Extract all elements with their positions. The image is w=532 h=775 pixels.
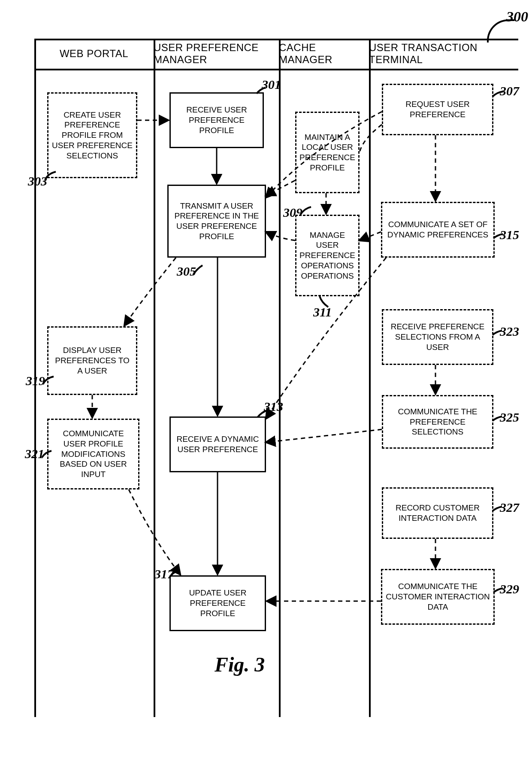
node-315-label: COMMUNICATE A SET OF DYNAMIC PREFERENCES (386, 219, 490, 240)
node-303-label: CREATE USER PREFERENCE PROFILE FROM USER… (52, 110, 133, 161)
node-321-label: COMMUNICATE USER PROFILE MODIFICATIONS B… (52, 429, 135, 480)
node-301: RECEIVE USER PREFERENCE PROFILE (169, 92, 264, 148)
node-319-label: DISPLAY USER PREFERENCES TO A USER (52, 345, 133, 376)
figure-number: 300 (506, 9, 528, 25)
node-329-label: COMMUNICATE THE CUSTOMER INTERACTION DAT… (386, 581, 490, 612)
ref-307: 307 (500, 84, 519, 98)
node-323: RECEIVE PREFERENCE SELECTIONS FROM A USE… (382, 309, 493, 365)
lane-line-2 (279, 39, 281, 717)
node-313: RECEIVE A DYNAMIC USER PREFERENCE (169, 416, 266, 472)
col-header-user-pref-manager: USER PREFERENCE MANAGER (154, 41, 279, 67)
node-301-label: RECEIVE USER PREFERENCE PROFILE (174, 105, 259, 135)
ref-303: 303 (28, 174, 47, 188)
node-311-label: MANAGE USER PREFERENCE OPERATIONS OPERAT… (299, 230, 355, 281)
node-315: COMMUNICATE A SET OF DYNAMIC PREFERENCES (381, 202, 495, 258)
node-325: COMMUNICATE THE PREFERENCE SELECTIONS (382, 395, 493, 449)
diagram-canvas: 300 WEB PORTAL USER PREFERENCE MANAGER C… (0, 0, 532, 775)
node-323-label: RECEIVE PREFERENCE SELECTIONS FROM A USE… (387, 322, 489, 352)
node-317: UPDATE USER PREFERENCE PROFILE (169, 575, 266, 631)
node-319: DISPLAY USER PREFERENCES TO A USER (47, 326, 137, 395)
ref-301: 301 (262, 77, 281, 92)
node-305: TRANSMIT A USER PREFERENCE IN THE USER P… (167, 185, 266, 258)
node-317-label: UPDATE USER PREFERENCE PROFILE (174, 588, 261, 618)
node-305-label: TRANSMIT A USER PREFERENCE IN THE USER P… (172, 201, 261, 242)
ref-313: 313 (264, 399, 283, 414)
ref-329: 329 (500, 582, 519, 596)
node-327-label: RECORD CUSTOMER INTERACTION DATA (387, 503, 489, 523)
header-bottom-rule (34, 69, 518, 70)
ref-319: 319 (26, 374, 45, 388)
ref-323: 323 (500, 324, 519, 339)
lane-line-3 (369, 39, 371, 717)
col-header-cache-manager: CACHE MANAGER (279, 41, 369, 67)
ref-311: 311 (313, 305, 332, 319)
node-313-label: RECEIVE A DYNAMIC USER PREFERENCE (174, 434, 261, 455)
node-303: CREATE USER PREFERENCE PROFILE FROM USER… (47, 92, 137, 178)
node-327: RECORD CUSTOMER INTERACTION DATA (382, 487, 493, 539)
col-header-web-portal: WEB PORTAL (34, 41, 154, 67)
node-309-label: MAINTAIN A LOCAL USER PREFERENCE PROFILE (299, 132, 355, 173)
ref-327: 327 (500, 500, 519, 515)
ref-315: 315 (500, 228, 519, 242)
figure-caption: Fig. 3 (215, 653, 265, 676)
col-header-user-transaction-terminal: USER TRANSACTION TERMINAL (369, 41, 519, 67)
ref-317: 317 (154, 567, 174, 581)
ref-305: 305 (177, 264, 196, 279)
node-329: COMMUNICATE THE CUSTOMER INTERACTION DAT… (381, 569, 495, 625)
node-311: MANAGE USER PREFERENCE OPERATIONS OPERAT… (295, 215, 360, 296)
node-325-label: COMMUNICATE THE PREFERENCE SELECTIONS (387, 407, 489, 437)
lane-line-1 (154, 39, 155, 717)
node-309: MAINTAIN A LOCAL USER PREFERENCE PROFILE (295, 112, 360, 193)
ref-321: 321 (25, 447, 44, 461)
header-top-rule (34, 39, 518, 40)
node-321: COMMUNICATE USER PROFILE MODIFICATIONS B… (47, 419, 139, 489)
ref-325: 325 (500, 410, 519, 425)
node-307-label: REQUEST USER PREFERENCE (387, 99, 489, 120)
node-307: REQUEST USER PREFERENCE (382, 84, 493, 135)
